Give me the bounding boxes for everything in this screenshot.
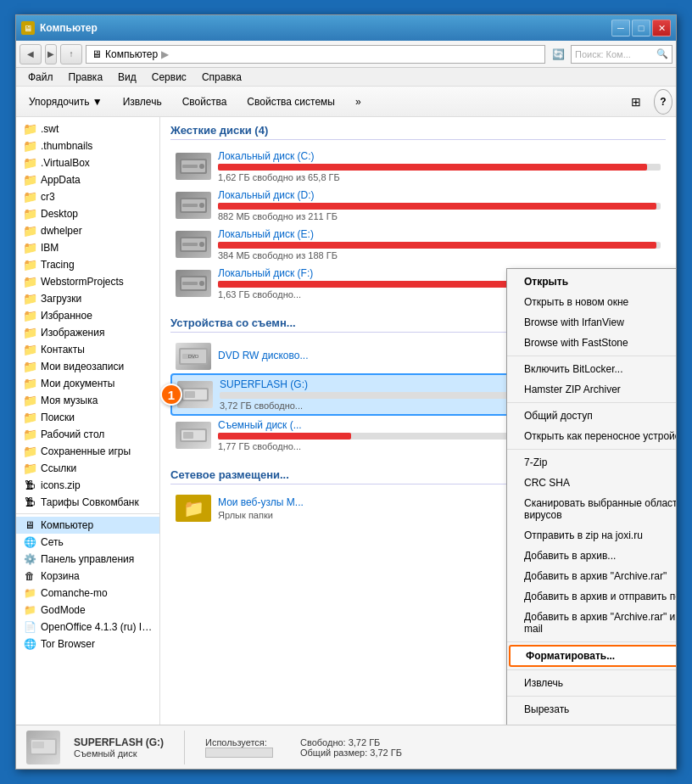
ctx-open-new-window[interactable]: Открыть в новом окне <box>507 292 676 312</box>
disk-c-name: Локальный диск (C:) <box>218 150 661 162</box>
ctx-scan[interactable]: Сканировать выбранные области на наличие… <box>507 493 676 525</box>
ctx-send-zip[interactable]: Отправить в zip на joxi.ru <box>507 525 676 546</box>
sidebar-item-controlpanel[interactable]: ⚙️Панель управления <box>16 551 159 568</box>
sidebar-item-comanche[interactable]: 📁Comanche-mo <box>16 585 159 602</box>
usb-icon <box>177 381 213 408</box>
sidebar-item-tracing[interactable]: 📁Tracing <box>16 256 159 273</box>
ctx-7zip[interactable]: 7-Zip▶ <box>507 452 676 473</box>
ctx-add-archive[interactable]: Добавить в архив... <box>507 546 676 566</box>
sidebar-item-favorites[interactable]: 📁Избранное <box>16 307 159 324</box>
ctx-eject[interactable]: Извлечь <box>507 673 676 693</box>
sidebar-item-workdesk[interactable]: 📁Рабочий стол <box>16 426 159 443</box>
sidebar-item-webstorm[interactable]: 📁WebstormProjects <box>16 273 159 290</box>
sidebar-item-downloads[interactable]: 📁Загрузки <box>16 290 159 307</box>
ctx-bitlocker[interactable]: Включить BitLocker... <box>507 359 676 379</box>
ctx-open[interactable]: Открыть <box>507 272 676 292</box>
sidebar-item-searches[interactable]: 📁Поиски <box>16 409 159 426</box>
close-button[interactable]: ✕ <box>652 20 671 36</box>
menu-service[interactable]: Сервис <box>145 70 193 85</box>
address-input[interactable]: 🖥 Компьютер ▶ <box>86 45 545 64</box>
sidebar-item-docs[interactable]: 📁Мои документы <box>16 375 159 392</box>
sidebar-item-cr3[interactable]: 📁cr3 <box>16 188 159 205</box>
sidebar-item-iconszip[interactable]: 🗜icons.zip <box>16 477 159 494</box>
menu-edit[interactable]: Правка <box>62 70 110 85</box>
sidebar-item-torbrowser[interactable]: 🌐Tor Browser <box>16 636 159 652</box>
ctx-sep1 <box>507 356 676 356</box>
sidebar-item-videos[interactable]: 📁Мои видеозаписи <box>16 358 159 375</box>
network-icon: 🌐 <box>23 535 36 549</box>
minimize-button[interactable]: ─ <box>611 20 630 36</box>
svg-rect-7 <box>182 204 198 207</box>
ctx-format[interactable]: Форматировать... 2 <box>509 645 676 667</box>
search-box[interactable]: Поиск: Ком... 🔍 <box>571 45 672 64</box>
dvd-icon: DVD <box>176 343 211 370</box>
disk-d[interactable]: Локальный диск (D:) 882 МБ свободно из 2… <box>170 186 666 225</box>
sidebar-item-tarify[interactable]: 🗜Тарифы Совкомбанк <box>16 494 159 511</box>
sidebar-item-trash[interactable]: 🗑Корзина <box>16 568 159 585</box>
status-device-type: Съемный диск <box>74 748 164 759</box>
sidebar-item-desktop[interactable]: 📁Desktop <box>16 205 159 222</box>
menu-view[interactable]: Вид <box>111 70 143 85</box>
ctx-hamster[interactable]: Hamster ZIP Archiver▶ <box>507 379 676 400</box>
sidebar-item-godmode[interactable]: 📁GodMode <box>16 602 159 619</box>
ctx-faststone[interactable]: Browse with FastStone <box>507 333 676 353</box>
sidebar-item-images[interactable]: 📁Изображения <box>16 324 159 341</box>
menu-bar: Файл Правка Вид Сервис Справка <box>16 68 676 87</box>
ctx-share[interactable]: Общий доступ▶ <box>507 406 676 426</box>
ctx-add-archive-rar[interactable]: Добавить в архив "Archive.rar" <box>507 566 676 586</box>
sidebar-item-openoffice[interactable]: 📄OpenOffice 4.1.3 (ru) Ins... <box>16 619 159 636</box>
ctx-add-archive-rar-email[interactable]: Добавить в архив "Archive.rar" и отправи… <box>507 607 676 639</box>
sidebar: 📁.swt 📁.thumbnails 📁.VirtualBox 📁AppData… <box>16 117 160 725</box>
menu-help[interactable]: Справка <box>195 70 248 85</box>
sidebar-item-swt[interactable]: 📁.swt <box>16 120 159 137</box>
ctx-irfanview[interactable]: Browse with IrfanView <box>507 312 676 333</box>
main-area: 📁.swt 📁.thumbnails 📁.VirtualBox 📁AppData… <box>16 117 676 725</box>
computer-icon: 🖥 <box>23 518 36 532</box>
forward-button[interactable]: ▶ <box>45 44 57 64</box>
sidebar-item-contacts[interactable]: 📁Контакты <box>16 341 159 358</box>
window-controls: ─ □ ✕ <box>611 20 671 36</box>
disk-c[interactable]: Локальный диск (C:) 1,62 ГБ свободно из … <box>170 147 666 186</box>
app-icon: 📄 <box>23 620 36 634</box>
refresh-button[interactable]: 🔄 <box>549 45 567 64</box>
sidebar-item-computer[interactable]: 🖥Компьютер <box>16 517 159 534</box>
menu-file[interactable]: Файл <box>21 70 60 85</box>
view-toggle-button[interactable]: ⊞ <box>622 89 650 115</box>
folder-icon: 📁 <box>23 241 36 255</box>
sidebar-item-music[interactable]: 📁Моя музыка <box>16 392 159 409</box>
badge-1: 1 <box>160 384 182 406</box>
status-drive-icon <box>26 731 60 764</box>
maximize-button[interactable]: □ <box>632 20 650 36</box>
ctx-cut[interactable]: Вырезать <box>507 699 676 720</box>
sidebar-item-virtualbox[interactable]: 📁.VirtualBox <box>16 154 159 171</box>
sidebar-item-links[interactable]: 📁Ссылки <box>16 460 159 477</box>
ctx-add-archive-email[interactable]: Добавить в архив и отправить по e-mail..… <box>507 586 676 607</box>
status-used-bar <box>205 748 273 758</box>
ctx-portable[interactable]: Открыть как переносное устройство <box>507 426 676 446</box>
folder-icon: 📁 <box>23 292 36 305</box>
toolbar-system-properties[interactable]: Свойства системы <box>237 89 344 115</box>
title-bar: 🖥 Компьютер ─ □ ✕ <box>16 15 676 41</box>
ctx-crcsha[interactable]: CRC SHA▶ <box>507 473 676 493</box>
back-button[interactable]: ◀ <box>20 44 42 64</box>
sidebar-item-thumbnails[interactable]: 📁.thumbnails <box>16 137 159 154</box>
up-button[interactable]: ↑ <box>60 44 82 64</box>
sidebar-item-dwhelper[interactable]: 📁dwhelper <box>16 222 159 239</box>
window-icon: 🖥 <box>21 21 35 35</box>
toolbar-more[interactable]: » <box>346 89 371 115</box>
toolbar-properties[interactable]: Свойства <box>173 89 237 115</box>
content-area: Жесткие диски (4) Локальный диск (C:) 1,… <box>160 117 676 725</box>
help-button[interactable]: ? <box>654 89 672 115</box>
app-icon: 🌐 <box>23 637 36 651</box>
toolbar-eject[interactable]: Извлечь <box>114 89 171 115</box>
sidebar-item-network[interactable]: 🌐Сеть <box>16 534 159 551</box>
svg-rect-15 <box>182 282 198 285</box>
sidebar-item-ibm[interactable]: 📁IBM <box>16 239 159 256</box>
toolbar-organize[interactable]: Упорядочить ▼ <box>20 89 112 115</box>
sidebar-item-savedgames[interactable]: 📁Сохраненные игры <box>16 443 159 460</box>
controlpanel-icon: ⚙️ <box>23 552 36 566</box>
sidebar-item-appdata[interactable]: 📁AppData <box>16 171 159 188</box>
svg-text:DVD: DVD <box>188 354 199 359</box>
disk-e[interactable]: Локальный диск (E:) 384 МБ свободно из 1… <box>170 225 666 264</box>
ctx-copy[interactable]: Копировать <box>507 720 676 725</box>
